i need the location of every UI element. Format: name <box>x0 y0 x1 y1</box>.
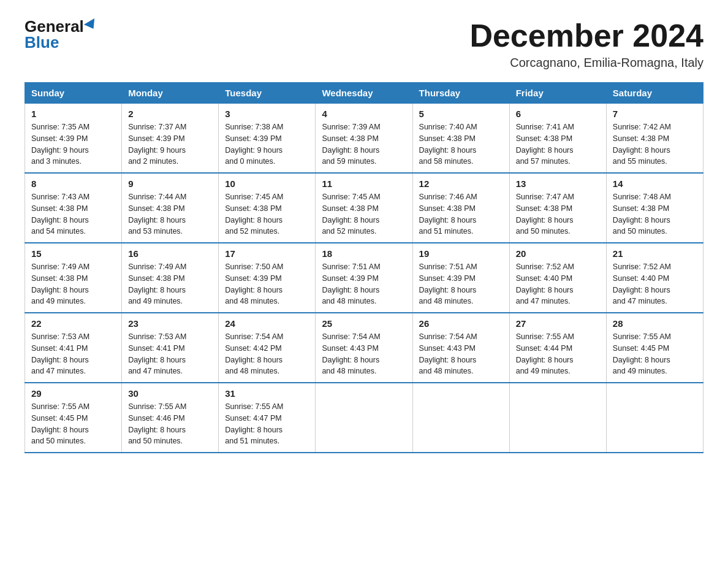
day-number: 12 <box>419 178 503 189</box>
day-number: 5 <box>419 109 503 119</box>
header-cell-friday: Friday <box>509 83 606 104</box>
day-cell: 31 Sunrise: 7:55 AMSunset: 4:47 PMDaylig… <box>219 383 316 453</box>
day-number: 19 <box>419 248 503 259</box>
header-cell-sunday: Sunday <box>25 83 122 104</box>
day-cell: 20 Sunrise: 7:52 AMSunset: 4:40 PMDaylig… <box>509 243 606 313</box>
day-info: Sunrise: 7:55 AMSunset: 4:47 PMDaylight:… <box>225 401 309 447</box>
logo-blue-text: Blue <box>25 34 59 50</box>
day-cell: 1 Sunrise: 7:35 AMSunset: 4:39 PMDayligh… <box>25 104 122 174</box>
day-info: Sunrise: 7:44 AMSunset: 4:38 PMDaylight:… <box>128 191 212 237</box>
day-number: 9 <box>128 178 212 189</box>
day-number: 25 <box>322 318 406 329</box>
day-number: 7 <box>613 109 697 119</box>
day-number: 18 <box>322 248 406 259</box>
day-cell: 14 Sunrise: 7:48 AMSunset: 4:38 PMDaylig… <box>606 173 703 243</box>
week-row-2: 8 Sunrise: 7:43 AMSunset: 4:38 PMDayligh… <box>25 173 703 243</box>
month-title: December 2024 <box>469 18 703 53</box>
day-cell: 17 Sunrise: 7:50 AMSunset: 4:39 PMDaylig… <box>219 243 316 313</box>
day-info: Sunrise: 7:49 AMSunset: 4:38 PMDaylight:… <box>128 261 212 307</box>
day-cell: 15 Sunrise: 7:49 AMSunset: 4:38 PMDaylig… <box>25 243 122 313</box>
day-number: 22 <box>31 318 115 329</box>
day-number: 20 <box>516 248 600 259</box>
day-cell: 9 Sunrise: 7:44 AMSunset: 4:38 PMDayligh… <box>122 173 219 243</box>
day-info: Sunrise: 7:43 AMSunset: 4:38 PMDaylight:… <box>31 191 115 237</box>
calendar-header: SundayMondayTuesdayWednesdayThursdayFrid… <box>25 83 703 104</box>
day-info: Sunrise: 7:46 AMSunset: 4:38 PMDaylight:… <box>419 191 503 237</box>
day-info: Sunrise: 7:55 AMSunset: 4:45 PMDaylight:… <box>31 401 115 447</box>
day-cell: 19 Sunrise: 7:51 AMSunset: 4:39 PMDaylig… <box>412 243 509 313</box>
day-cell: 5 Sunrise: 7:40 AMSunset: 4:38 PMDayligh… <box>412 104 509 174</box>
day-cell: 13 Sunrise: 7:47 AMSunset: 4:38 PMDaylig… <box>509 173 606 243</box>
week-row-5: 29 Sunrise: 7:55 AMSunset: 4:45 PMDaylig… <box>25 383 703 453</box>
day-cell <box>509 383 606 453</box>
day-number: 27 <box>516 318 600 329</box>
calendar-body: 1 Sunrise: 7:35 AMSunset: 4:39 PMDayligh… <box>25 104 703 453</box>
header-cell-thursday: Thursday <box>412 83 509 104</box>
day-cell: 7 Sunrise: 7:42 AMSunset: 4:38 PMDayligh… <box>606 104 703 174</box>
day-number: 4 <box>322 109 406 119</box>
day-info: Sunrise: 7:51 AMSunset: 4:39 PMDaylight:… <box>322 261 406 307</box>
day-number: 17 <box>225 248 309 259</box>
day-cell: 25 Sunrise: 7:54 AMSunset: 4:43 PMDaylig… <box>316 313 412 383</box>
day-info: Sunrise: 7:48 AMSunset: 4:38 PMDaylight:… <box>613 191 697 237</box>
day-cell: 24 Sunrise: 7:54 AMSunset: 4:42 PMDaylig… <box>219 313 316 383</box>
day-number: 21 <box>613 248 697 259</box>
day-info: Sunrise: 7:40 AMSunset: 4:38 PMDaylight:… <box>419 121 503 167</box>
day-cell: 21 Sunrise: 7:52 AMSunset: 4:40 PMDaylig… <box>606 243 703 313</box>
logo-general-text: General <box>25 18 84 34</box>
day-number: 10 <box>225 178 309 189</box>
logo: General Blue <box>25 18 97 50</box>
day-info: Sunrise: 7:55 AMSunset: 4:45 PMDaylight:… <box>613 331 697 377</box>
day-info: Sunrise: 7:54 AMSunset: 4:43 PMDaylight:… <box>419 331 503 377</box>
day-info: Sunrise: 7:47 AMSunset: 4:38 PMDaylight:… <box>516 191 600 237</box>
day-number: 29 <box>31 388 115 399</box>
day-info: Sunrise: 7:54 AMSunset: 4:43 PMDaylight:… <box>322 331 406 377</box>
day-cell: 16 Sunrise: 7:49 AMSunset: 4:38 PMDaylig… <box>122 243 219 313</box>
day-cell <box>606 383 703 453</box>
day-cell: 22 Sunrise: 7:53 AMSunset: 4:41 PMDaylig… <box>25 313 122 383</box>
day-number: 31 <box>225 388 309 399</box>
day-number: 13 <box>516 178 600 189</box>
day-info: Sunrise: 7:39 AMSunset: 4:38 PMDaylight:… <box>322 121 406 167</box>
day-info: Sunrise: 7:53 AMSunset: 4:41 PMDaylight:… <box>128 331 212 377</box>
day-number: 28 <box>613 318 697 329</box>
header-cell-saturday: Saturday <box>606 83 703 104</box>
day-cell: 10 Sunrise: 7:45 AMSunset: 4:38 PMDaylig… <box>219 173 316 243</box>
day-info: Sunrise: 7:35 AMSunset: 4:39 PMDaylight:… <box>31 121 115 167</box>
day-cell: 28 Sunrise: 7:55 AMSunset: 4:45 PMDaylig… <box>606 313 703 383</box>
day-number: 3 <box>225 109 309 119</box>
day-cell: 4 Sunrise: 7:39 AMSunset: 4:38 PMDayligh… <box>316 104 412 174</box>
day-number: 2 <box>128 109 212 119</box>
day-cell <box>316 383 412 453</box>
day-number: 1 <box>31 109 115 119</box>
day-info: Sunrise: 7:41 AMSunset: 4:38 PMDaylight:… <box>516 121 600 167</box>
day-number: 14 <box>613 178 697 189</box>
day-number: 11 <box>322 178 406 189</box>
location-subtitle: Corcagnano, Emilia-Romagna, Italy <box>469 56 703 70</box>
day-info: Sunrise: 7:54 AMSunset: 4:42 PMDaylight:… <box>225 331 309 377</box>
title-block: December 2024 Corcagnano, Emilia-Romagna… <box>469 18 703 70</box>
day-info: Sunrise: 7:52 AMSunset: 4:40 PMDaylight:… <box>516 261 600 307</box>
day-info: Sunrise: 7:45 AMSunset: 4:38 PMDaylight:… <box>225 191 309 237</box>
day-number: 16 <box>128 248 212 259</box>
day-cell <box>412 383 509 453</box>
week-row-4: 22 Sunrise: 7:53 AMSunset: 4:41 PMDaylig… <box>25 313 703 383</box>
day-cell: 29 Sunrise: 7:55 AMSunset: 4:45 PMDaylig… <box>25 383 122 453</box>
day-cell: 23 Sunrise: 7:53 AMSunset: 4:41 PMDaylig… <box>122 313 219 383</box>
header-cell-tuesday: Tuesday <box>219 83 316 104</box>
day-number: 26 <box>419 318 503 329</box>
day-cell: 8 Sunrise: 7:43 AMSunset: 4:38 PMDayligh… <box>25 173 122 243</box>
day-number: 15 <box>31 248 115 259</box>
day-number: 23 <box>128 318 212 329</box>
week-row-1: 1 Sunrise: 7:35 AMSunset: 4:39 PMDayligh… <box>25 104 703 174</box>
day-cell: 30 Sunrise: 7:55 AMSunset: 4:46 PMDaylig… <box>122 383 219 453</box>
day-info: Sunrise: 7:42 AMSunset: 4:38 PMDaylight:… <box>613 121 697 167</box>
day-cell: 12 Sunrise: 7:46 AMSunset: 4:38 PMDaylig… <box>412 173 509 243</box>
day-cell: 26 Sunrise: 7:54 AMSunset: 4:43 PMDaylig… <box>412 313 509 383</box>
day-cell: 18 Sunrise: 7:51 AMSunset: 4:39 PMDaylig… <box>316 243 412 313</box>
day-info: Sunrise: 7:50 AMSunset: 4:39 PMDaylight:… <box>225 261 309 307</box>
calendar-table: SundayMondayTuesdayWednesdayThursdayFrid… <box>25 82 703 453</box>
week-row-3: 15 Sunrise: 7:49 AMSunset: 4:38 PMDaylig… <box>25 243 703 313</box>
day-cell: 11 Sunrise: 7:45 AMSunset: 4:38 PMDaylig… <box>316 173 412 243</box>
logo-triangle-icon <box>84 18 99 32</box>
